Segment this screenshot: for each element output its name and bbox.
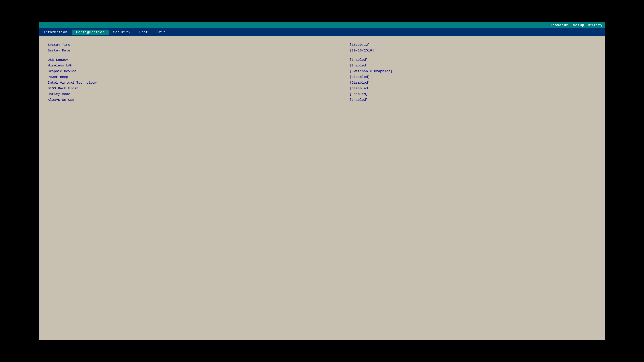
- setting-label: System Date: [47, 48, 350, 53]
- setting-label: System Time: [47, 42, 350, 48]
- setting-label: BIOS Back Flash: [47, 86, 350, 91]
- title-bar: InsydeH20 Setup Utility: [39, 22, 605, 28]
- table-row: BIOS Back Flash[Disabled]: [47, 86, 597, 91]
- setting-label: Power Beep: [47, 74, 350, 80]
- table-row: System Time[15:29:12]: [47, 42, 597, 48]
- table-row: Intel Virtual Technology[Disabled]: [47, 80, 597, 86]
- table-row: Wireless LAN[Enabled]: [47, 63, 597, 68]
- setting-label: HotKey Mode: [47, 91, 350, 97]
- setting-value[interactable]: [09/18/2016]: [350, 48, 597, 53]
- table-row: USB Legacy[Enabled]: [47, 57, 597, 63]
- menu-bar: InformationConfigurationSecurityBootExit: [39, 28, 605, 36]
- setting-label: Graphic Device: [47, 68, 350, 74]
- setting-value[interactable]: [Disabled]: [350, 74, 597, 80]
- content-area: System Time[15:29:12]System Date[09/18/2…: [39, 36, 605, 109]
- table-row: Graphic Device[Switchable Graphics]: [47, 68, 597, 74]
- menu-item-configuration[interactable]: Configuration: [72, 29, 109, 35]
- settings-table: System Time[15:29:12]System Date[09/18/2…: [47, 42, 597, 103]
- setting-label: USB Legacy: [47, 57, 350, 63]
- table-row: Always On USB[Enabled]: [47, 97, 597, 103]
- table-row: System Date[09/18/2016]: [47, 48, 597, 53]
- menu-item-security[interactable]: Security: [109, 29, 135, 35]
- setting-label: Intel Virtual Technology: [47, 80, 350, 86]
- setting-value[interactable]: [Switchable Graphics]: [350, 68, 597, 74]
- menu-item-information[interactable]: Information: [39, 29, 72, 35]
- setting-value[interactable]: [Enabled]: [350, 63, 597, 68]
- setting-value[interactable]: [15:29:12]: [350, 42, 597, 48]
- setting-value[interactable]: [Enabled]: [350, 57, 597, 63]
- table-row: Power Beep[Disabled]: [47, 74, 597, 80]
- setting-label: Wireless LAN: [47, 63, 350, 68]
- table-row: HotKey Mode[Enabled]: [47, 91, 597, 97]
- setting-value[interactable]: [Disabled]: [350, 80, 597, 86]
- menu-item-exit[interactable]: Exit: [152, 29, 170, 35]
- setting-value[interactable]: [Enabled]: [350, 91, 597, 97]
- bios-screen: InsydeH20 Setup Utility InformationConfi…: [39, 22, 605, 340]
- setting-value[interactable]: [Enabled]: [350, 97, 597, 103]
- spacer-row: [47, 53, 597, 57]
- setting-label: Always On USB: [47, 97, 350, 103]
- setting-value[interactable]: [Disabled]: [350, 86, 597, 91]
- utility-title: InsydeH20 Setup Utility: [550, 23, 602, 27]
- menu-item-boot[interactable]: Boot: [135, 29, 152, 35]
